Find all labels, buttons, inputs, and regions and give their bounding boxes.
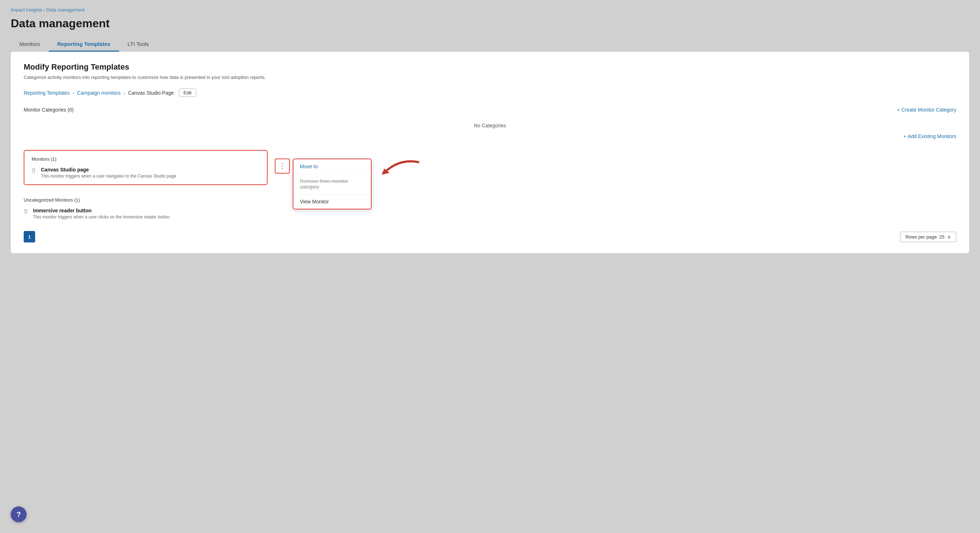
dropdown-menu: Move to Remove from monitor category Vie… (293, 159, 372, 210)
dropdown-view-monitor[interactable]: View Monitor (293, 194, 371, 209)
uncategorized-label: Uncategorized Monitors (1) (24, 197, 267, 203)
breadcrumb-sep-2: › (123, 90, 125, 96)
monitors-label: Monitors (1) (32, 156, 260, 162)
monitor-categories-label: Monitor Categories (0) (24, 107, 73, 113)
tab-lti-tools[interactable]: LTI Tools (119, 37, 158, 52)
breadcrumb-link-reporting[interactable]: Reporting Templates (24, 90, 70, 96)
help-button[interactable]: ? (11, 506, 27, 522)
question-mark-icon: ? (16, 511, 21, 519)
three-dot-menu-button[interactable]: ⋮ (275, 159, 290, 173)
breadcrumb-nav: Reporting Templates › Campaign monitors … (24, 89, 956, 97)
breadcrumb-current: Canvas Studio Page (128, 90, 174, 96)
breadcrumb-sep-1: › (72, 90, 74, 96)
monitor-info: Canvas Studio page This monitor triggers… (41, 167, 260, 179)
dropdown-remove[interactable]: Remove from monitor category (293, 174, 371, 194)
three-dot-icon: ⋮ (279, 162, 286, 170)
tab-reporting-templates[interactable]: Reporting Templates (49, 37, 119, 52)
monitor-actions-container: ⋮ Move to Remove from monitor category V… (275, 159, 290, 173)
monitor-row: ⠿ Canvas Studio page This monitor trigge… (32, 167, 260, 179)
card-title: Modify Reporting Templates (24, 62, 956, 72)
chevron-up-icon: ∧ (947, 234, 951, 240)
uncategorized-monitor-info: Immersive reader button This monitor tri… (33, 208, 267, 220)
arrow-annotation (372, 151, 422, 192)
page-number-1[interactable]: 1 (24, 231, 35, 242)
drag-handle-icon-2[interactable]: ⠿ (24, 208, 28, 215)
add-existing-monitors-button[interactable]: + Add Existing Monitors (903, 134, 956, 139)
rows-per-page-selector[interactable]: Rows per page: 25 ∧ (900, 232, 956, 242)
main-card: Modify Reporting Templates Categorize ac… (11, 52, 969, 253)
uncategorized-section: Uncategorized Monitors (1) ⠿ Immersive r… (24, 197, 267, 220)
uncategorized-monitor-name: Immersive reader button (33, 208, 267, 213)
card-description: Categorize activity monitors into report… (24, 75, 956, 80)
no-categories-text: No Categories (24, 117, 956, 137)
tabs-bar: Monitors Reporting Templates LTI Tools (11, 37, 969, 52)
edit-button[interactable]: Edit (179, 89, 196, 97)
plus-icon-add: + (903, 134, 906, 139)
svg-marker-0 (382, 169, 390, 175)
drag-handle-icon[interactable]: ⠿ (32, 167, 36, 174)
top-breadcrumb: Impact Insights › Data management (11, 7, 969, 13)
monitor-description: This monitor triggers when a user naviga… (41, 173, 260, 179)
pagination-area: 1 Rows per page: 25 ∧ (24, 231, 956, 242)
monitor-categories-header: Monitor Categories (0) + Create Monitor … (24, 107, 956, 113)
monitors-section: Monitors (1) ⠿ Canvas Studio page This m… (24, 150, 267, 185)
content-area: + Add Existing Monitors Monitors (1) ⠿ C… (24, 137, 956, 220)
breadcrumb-link-campaign[interactable]: Campaign monitors (77, 90, 121, 96)
uncategorized-monitor-description: This monitor triggers when a user clicks… (33, 215, 267, 220)
dropdown-move-to[interactable]: Move to (293, 159, 371, 174)
monitor-name: Canvas Studio page (41, 167, 260, 172)
page-title: Data management (11, 17, 969, 30)
tab-monitors[interactable]: Monitors (11, 37, 49, 52)
plus-icon: + (897, 107, 900, 113)
uncategorized-monitor-row: ⠿ Immersive reader button This monitor t… (24, 208, 267, 220)
create-monitor-category-button[interactable]: + Create Monitor Category (897, 107, 956, 113)
